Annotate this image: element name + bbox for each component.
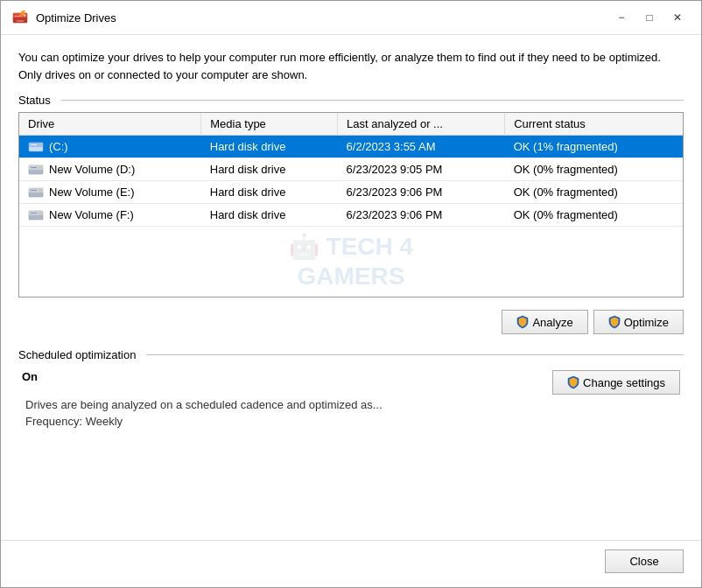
table-row[interactable]: (C:)Hard disk drive6/2/2023 3:55 AMOK (1… bbox=[19, 136, 683, 158]
scheduled-description: Drives are being analyzed on a scheduled… bbox=[22, 398, 680, 411]
current-status-cell: OK (0% fragmented) bbox=[505, 204, 683, 227]
minimize-button[interactable]: − bbox=[608, 8, 635, 27]
description-text: You can optimize your drives to help you… bbox=[18, 49, 684, 83]
svg-point-14 bbox=[39, 189, 41, 191]
last-analyzed-cell: 6/2/2023 3:55 AM bbox=[338, 136, 505, 158]
svg-point-18 bbox=[39, 212, 41, 214]
col-last-analyzed: Last analyzed or ... bbox=[338, 113, 505, 136]
drive-cell: New Volume (E:) bbox=[19, 181, 201, 204]
optimize-drives-icon bbox=[11, 9, 29, 26]
drive-cell: New Volume (D:) bbox=[19, 158, 201, 181]
current-status-cell: OK (0% fragmented) bbox=[505, 158, 683, 181]
svg-point-6 bbox=[39, 144, 41, 145]
media-type-cell: Hard disk drive bbox=[201, 136, 338, 158]
col-media-type: Media type bbox=[201, 113, 338, 136]
watermark: 🤖 TECH 4GAMERS bbox=[289, 232, 413, 290]
optimize-drives-window: Optimize Drives − □ ✕ You can optimize y… bbox=[0, 0, 702, 588]
close-button-label: Close bbox=[629, 555, 658, 568]
col-drive: Drive bbox=[19, 113, 201, 136]
optimize-shield-icon bbox=[608, 315, 621, 329]
drive-cell: New Volume (F:) bbox=[19, 204, 201, 227]
drive-icon bbox=[28, 164, 44, 176]
analyze-button-label: Analyze bbox=[532, 316, 572, 329]
last-analyzed-cell: 6/23/2023 9:06 PM bbox=[338, 204, 505, 227]
scheduled-section: Scheduled optimization On Change setting… bbox=[18, 348, 684, 431]
scheduled-header: On Change settings bbox=[22, 370, 680, 395]
drive-name: (C:) bbox=[49, 140, 68, 153]
drive-name: New Volume (F:) bbox=[49, 208, 134, 221]
drives-table-body: (C:)Hard disk drive6/2/2023 3:55 AMOK (1… bbox=[19, 136, 683, 227]
svg-point-10 bbox=[39, 166, 41, 168]
footer-row: Close bbox=[1, 540, 701, 587]
scheduled-content: On Change settings Drives are being anal… bbox=[18, 361, 684, 431]
current-status-cell: OK (0% fragmented) bbox=[505, 181, 683, 204]
drives-table: Drive Media type Last analyzed or ... Cu… bbox=[19, 113, 683, 227]
close-window-button[interactable]: ✕ bbox=[664, 8, 691, 27]
current-status-cell: OK (1% fragmented) bbox=[505, 136, 683, 158]
optimize-button-label: Optimize bbox=[624, 316, 669, 329]
status-section: Status Drive Media type Last analyzed or… bbox=[18, 94, 684, 298]
drive-icon bbox=[28, 141, 44, 153]
drive-icon bbox=[28, 209, 44, 221]
close-button[interactable]: Close bbox=[605, 550, 684, 573]
scheduled-frequency: Frequency: Weekly bbox=[22, 415, 680, 428]
status-section-label: Status bbox=[18, 94, 684, 107]
drive-cell: (C:) bbox=[19, 136, 201, 158]
title-bar-left: Optimize Drives bbox=[11, 9, 116, 26]
optimize-button[interactable]: Optimize bbox=[593, 310, 684, 334]
table-row[interactable]: New Volume (E:)Hard disk drive6/23/2023 … bbox=[19, 181, 683, 204]
scheduled-status: On bbox=[22, 370, 38, 383]
analyze-shield-icon bbox=[516, 315, 529, 329]
media-type-cell: Hard disk drive bbox=[201, 204, 338, 227]
action-buttons-row: Analyze Optimize bbox=[18, 310, 684, 334]
table-header: Drive Media type Last analyzed or ... Cu… bbox=[19, 113, 683, 136]
window-title: Optimize Drives bbox=[36, 11, 116, 24]
change-settings-label: Change settings bbox=[583, 376, 665, 389]
media-type-cell: Hard disk drive bbox=[201, 158, 338, 181]
maximize-button[interactable]: □ bbox=[636, 8, 663, 27]
drive-name: New Volume (D:) bbox=[49, 163, 135, 176]
scheduled-section-label: Scheduled optimization bbox=[18, 348, 684, 361]
last-analyzed-cell: 6/23/2023 9:05 PM bbox=[338, 158, 505, 181]
drive-icon bbox=[28, 186, 44, 199]
change-settings-button[interactable]: Change settings bbox=[552, 370, 680, 395]
title-bar-controls: − □ ✕ bbox=[608, 8, 691, 27]
window-content: You can optimize your drives to help you… bbox=[1, 35, 701, 540]
analyze-button[interactable]: Analyze bbox=[502, 310, 587, 334]
drives-table-container: Drive Media type Last analyzed or ... Cu… bbox=[18, 112, 684, 298]
last-analyzed-cell: 6/23/2023 9:06 PM bbox=[338, 181, 505, 204]
table-row[interactable]: New Volume (D:)Hard disk drive6/23/2023 … bbox=[19, 158, 683, 181]
media-type-cell: Hard disk drive bbox=[201, 181, 338, 204]
table-row[interactable]: New Volume (F:)Hard disk drive6/23/2023 … bbox=[19, 204, 683, 227]
col-current-status: Current status bbox=[505, 113, 683, 136]
drive-name: New Volume (E:) bbox=[49, 186, 135, 199]
table-spacer: 🤖 TECH 4GAMERS bbox=[19, 227, 683, 297]
settings-shield-icon bbox=[567, 375, 579, 389]
title-bar: Optimize Drives − □ ✕ bbox=[1, 1, 701, 35]
